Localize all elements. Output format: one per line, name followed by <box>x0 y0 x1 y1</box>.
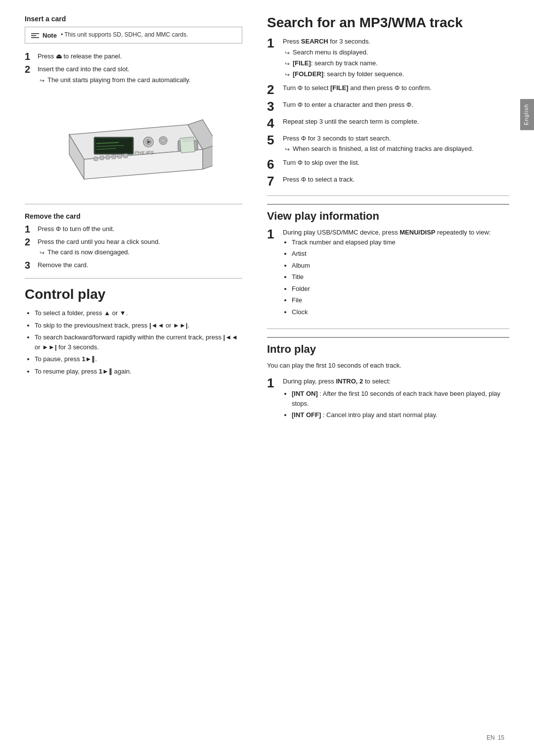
search-step-num-4: 4 <box>267 117 278 130</box>
remove-step-text-3: Remove the card. <box>38 260 242 270</box>
search-step-3: 3 Turn Φ to enter a character and then p… <box>267 100 509 113</box>
intro-play-step-text: During play, press INTRO, 2 to select: [… <box>283 377 509 424</box>
remove-step-1: 1 Press Φ to turn off the unit. <box>25 224 242 234</box>
divider-1 <box>25 204 242 204</box>
view-play-step-num-1: 1 <box>267 228 278 240</box>
intro-item-2: [INT OFF] : Cancel intro play and start … <box>292 410 509 420</box>
control-item-1: To select a folder, press ▲ or ▼. <box>35 308 242 318</box>
insert-step-2-sub: ↪ The unit starts playing from the card … <box>40 76 242 85</box>
remove-step-3: 3 Remove the card. <box>25 260 242 270</box>
remove-step-2: 2 Press the card until you hear a click … <box>25 237 242 258</box>
intro-play-step-num: 1 <box>267 377 278 389</box>
svg-rect-21 <box>100 156 104 160</box>
intro-play-section: Intro play You can play the first 10 sec… <box>267 337 509 424</box>
arrow-icon-s2: ↪ <box>285 59 290 68</box>
remove-step-num-3: 3 <box>25 260 34 270</box>
view-item-6: File <box>292 295 509 305</box>
step-text-1: Press ⏏ to release the panel. <box>38 51 242 61</box>
view-item-4: Title <box>292 272 509 282</box>
arrow-icon-2: ↪ <box>40 248 44 257</box>
language-tab: English <box>520 99 534 130</box>
search-sub-3: ↪ [FOLDER]: search by folder sequence. <box>285 70 509 79</box>
search-step-text-2: Turn Φ to select [FILE] and then press Φ… <box>283 83 509 93</box>
insert-step-1: 1 Press ⏏ to release the panel. <box>25 51 242 61</box>
note-content: • This unit supports SD, SDHC, and MMC c… <box>61 31 188 38</box>
remove-card-title: Remove the card <box>25 212 242 220</box>
search-sub-text-3: [FOLDER]: search by folder sequence. <box>293 70 404 79</box>
search-title: Search for an MP3/WMA track <box>267 15 509 31</box>
note-line-2 <box>31 35 36 36</box>
svg-point-19 <box>161 138 166 143</box>
device-image: PHILIPS <box>25 95 242 194</box>
main-content: Insert a card Note • This unit supports … <box>0 0 534 756</box>
insert-step-2: 2 Insert the card into the card slot. ↪ … <box>25 64 242 85</box>
divider-right-1 <box>267 195 509 196</box>
divider-right-2 <box>267 329 509 329</box>
view-play-items: Track number and elapsed play time Artis… <box>292 237 509 317</box>
search-step-num-2: 2 <box>267 83 278 96</box>
search-step-5: 5 Press Φ for 3 seconds to start search.… <box>267 134 509 154</box>
search-step-num-7: 7 <box>267 175 278 188</box>
remove-step-num-1: 1 <box>25 224 34 234</box>
remove-step-2-sub-text: The card is now disengaged. <box>47 248 130 257</box>
svg-rect-25 <box>124 154 128 158</box>
step-num-2: 2 <box>25 64 34 74</box>
search-step-num-3: 3 <box>267 100 278 113</box>
arrow-icon: ↪ <box>40 76 44 85</box>
search-sub-text-1: Search menu is displayed. <box>293 48 368 57</box>
note-text: This unit supports SD, SDHC, and MMC car… <box>64 31 188 38</box>
remove-step-text-2: Press the card until you hear a click so… <box>38 237 242 258</box>
remove-step-num-2: 2 <box>25 237 34 247</box>
search-step-7: 7 Press Φ to select a track. <box>267 175 509 188</box>
intro-play-items: [INT ON] : After the first 10 seconds of… <box>292 389 509 420</box>
control-play-section: Control play To select a folder, press ▲… <box>25 286 242 376</box>
search-sub-1: ↪ Search menu is displayed. <box>285 48 509 57</box>
control-item-2: To skip to the previous/next track, pres… <box>35 321 242 331</box>
note-lines-icon <box>31 33 39 38</box>
arrow-icon-s3: ↪ <box>285 70 290 79</box>
insert-step-2-sub-text: The unit starts playing from the card au… <box>47 76 191 85</box>
search-step-4: 4 Repeat step 3 until the search term is… <box>267 117 509 130</box>
view-play-section: View play information 1 During play USB/… <box>267 204 509 321</box>
view-play-step-1: 1 During play USB/SD/MMC device, press M… <box>267 228 509 321</box>
search-step-1: 1 Press SEARCH for 3 seconds. ↪ Search m… <box>267 37 509 79</box>
search-step-6: 6 Turn Φ to skip over the list. <box>267 158 509 171</box>
control-item-4: To pause, press 1►‖. <box>35 354 242 364</box>
view-play-step-text-1: During play USB/SD/MMC device, press MEN… <box>283 228 509 321</box>
svg-text:PHILIPS: PHILIPS <box>134 150 154 155</box>
svg-rect-22 <box>106 155 110 159</box>
svg-rect-23 <box>112 155 116 159</box>
search-step-text-4: Repeat step 3 until the search term is c… <box>283 117 509 127</box>
arrow-icon-s5: ↪ <box>285 145 290 154</box>
page-footer: EN 15 <box>487 734 504 741</box>
view-item-2: Artist <box>292 249 509 259</box>
insert-card-section: Insert a card Note • This unit supports … <box>25 15 242 376</box>
intro-play-step-1: 1 During play, press INTRO, 2 to select:… <box>267 377 509 424</box>
search-step-text-3: Turn Φ to enter a character and then pre… <box>283 100 509 110</box>
en-label: EN <box>487 734 495 741</box>
remove-step-2-sub: ↪ The card is now disengaged. <box>40 248 242 257</box>
view-item-7: Clock <box>292 307 509 317</box>
page-number: 15 <box>498 734 504 741</box>
divider-2 <box>25 278 242 279</box>
view-item-5: Folder <box>292 284 509 294</box>
view-play-title: View play information <box>267 204 509 223</box>
search-section: Search for an MP3/WMA track 1 Press SEAR… <box>267 15 509 188</box>
remove-step-text-1: Press Φ to turn off the unit. <box>38 224 242 234</box>
search-step-num-6: 6 <box>267 158 278 171</box>
intro-play-desc: You can play the first 10 seconds of eac… <box>267 361 509 371</box>
svg-rect-20 <box>94 157 98 161</box>
control-item-3: To search backward/forward rapidly withi… <box>35 332 242 352</box>
step-text-2: Insert the card into the card slot. ↪ Th… <box>38 64 242 85</box>
search-sub-5: ↪ When search is finished, a list of mat… <box>285 144 509 154</box>
note-icon: Note <box>31 31 57 39</box>
note-label: Note <box>43 32 57 39</box>
search-step-num-1: 1 <box>267 37 278 49</box>
page: English Insert a card Note <box>0 0 534 756</box>
device-illustration: PHILIPS <box>54 95 213 194</box>
note-line-3 <box>31 37 39 38</box>
control-item-5: To resume play, press 1►‖ again. <box>35 367 242 377</box>
view-item-1: Track number and elapsed play time <box>292 237 509 247</box>
note-line-1 <box>31 33 39 34</box>
search-sub-text-2: [FILE]: search by track name. <box>293 59 378 68</box>
